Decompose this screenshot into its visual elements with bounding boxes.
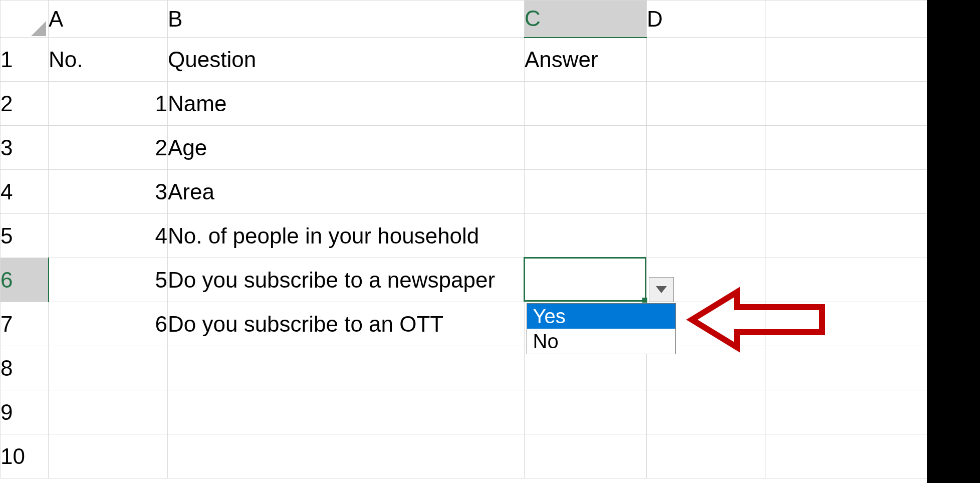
row-header-6[interactable]: 6 [1,258,49,302]
row-header-2[interactable]: 2 [1,82,49,126]
col-header-D[interactable]: D [647,1,766,38]
cell-C2[interactable] [525,82,647,126]
cell-B6[interactable]: Do you subscribe to a newspaper [168,258,525,302]
row-8: 8 [1,346,981,390]
grid-wrap: A B C D 1 No. Question Answer 2 1 Name [0,0,980,483]
cell-A7[interactable]: 6 [49,302,168,346]
cell-C6[interactable] [525,258,647,302]
cell-C9[interactable] [525,390,647,434]
row-7: 7 6 Do you subscribe to an OTT [1,302,981,346]
cell-A4[interactable]: 3 [49,170,168,214]
row-1: 1 No. Question Answer [1,38,981,82]
cell-A10[interactable] [49,434,168,478]
cell-B1[interactable]: Question [168,38,525,82]
worksheet-grid[interactable]: A B C D 1 No. Question Answer 2 1 Name [0,0,980,478]
row-header-5[interactable]: 5 [1,214,49,258]
cell-C3[interactable] [525,126,647,170]
right-black-bar [927,0,980,483]
cell-B2[interactable]: Name [168,82,525,126]
cell-C5[interactable] [525,214,647,258]
cell-A6[interactable]: 5 [49,258,168,302]
dropdown-option-yes[interactable]: Yes [527,304,675,329]
cell-B9[interactable] [168,390,525,434]
svg-marker-1 [656,286,667,293]
col-header-C[interactable]: C [525,1,647,38]
row-header-8[interactable]: 8 [1,346,49,390]
row-3: 3 2 Age [1,126,981,170]
cell-B8[interactable] [168,346,525,390]
cell-D5[interactable] [647,214,766,258]
cell-A9[interactable] [49,390,168,434]
cell-A1[interactable]: No. [49,38,168,82]
row-4: 4 3 Area [1,170,981,214]
row-10: 10 [1,434,981,478]
data-validation-dropdown-button[interactable] [649,277,674,302]
chevron-down-icon [656,286,667,293]
cell-C1[interactable]: Answer [525,38,647,82]
row-2: 2 1 Name [1,82,981,126]
row-header-7[interactable]: 7 [1,302,49,346]
column-header-row: A B C D [1,1,981,38]
cell-D3[interactable] [647,126,766,170]
cell-D2[interactable] [647,82,766,126]
col-header-B[interactable]: B [168,1,525,38]
row-header-1[interactable]: 1 [1,38,49,82]
row-header-3[interactable]: 3 [1,126,49,170]
cell-D4[interactable] [647,170,766,214]
row-header-9[interactable]: 9 [1,390,49,434]
cell-C10[interactable] [525,434,647,478]
cell-A3[interactable]: 2 [49,126,168,170]
cell-A8[interactable] [49,346,168,390]
data-validation-dropdown-list[interactable]: Yes No [527,303,676,354]
row-9: 9 [1,390,981,434]
svg-marker-0 [31,21,46,36]
cell-B3[interactable]: Age [168,126,525,170]
dropdown-option-no[interactable]: No [527,329,675,354]
select-all-corner[interactable] [1,1,49,38]
spreadsheet-viewport: A B C D 1 No. Question Answer 2 1 Name [0,0,980,483]
cell-C4[interactable] [525,170,647,214]
row-header-10[interactable]: 10 [1,434,49,478]
col-header-A[interactable]: A [49,1,168,38]
row-6: 6 5 Do you subscribe to a newspaper [1,258,981,302]
cell-D9[interactable] [647,390,766,434]
cell-D10[interactable] [647,434,766,478]
row-header-4[interactable]: 4 [1,170,49,214]
cell-A5[interactable]: 4 [49,214,168,258]
cell-A2[interactable]: 1 [49,82,168,126]
cell-B10[interactable] [168,434,525,478]
cell-D1[interactable] [647,38,766,82]
row-5: 5 4 No. of people in your household [1,214,981,258]
cell-B7[interactable]: Do you subscribe to an OTT [168,302,525,346]
cell-B5[interactable]: No. of people in your household [168,214,525,258]
cell-B4[interactable]: Area [168,170,525,214]
